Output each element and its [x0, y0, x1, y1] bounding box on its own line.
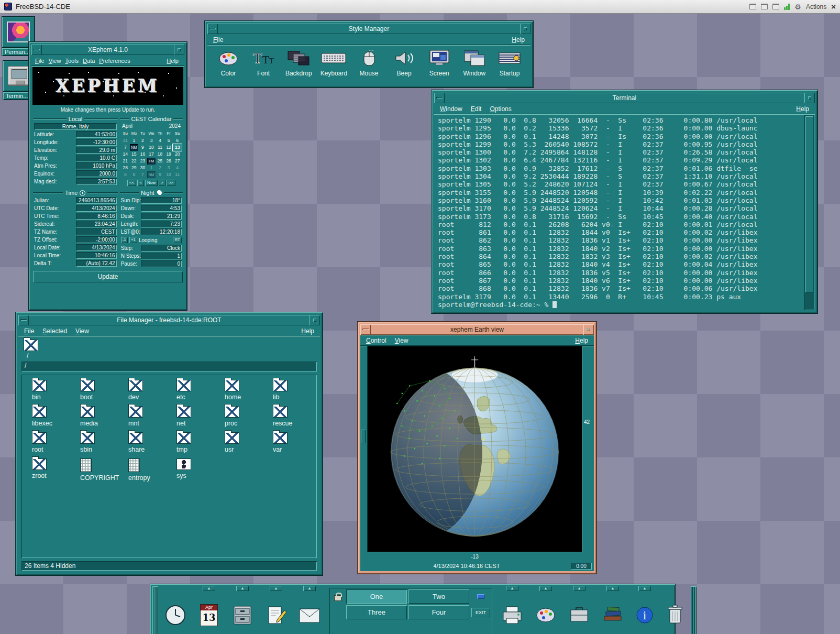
actions-menu[interactable]: Actions: [806, 3, 826, 10]
field-value[interactable]: 4/13/2024: [76, 205, 117, 212]
calendar-day[interactable]: 7: [138, 171, 147, 178]
field-value[interactable]: 1010 hPa: [76, 162, 117, 169]
field-value[interactable]: 29.0 m: [76, 147, 117, 154]
calendar-day[interactable]: 10: [147, 144, 156, 151]
file-item[interactable]: sys: [169, 458, 217, 482]
calendar-day[interactable]: 15: [130, 151, 139, 158]
file-item[interactable]: media: [73, 406, 121, 427]
file-item[interactable]: net: [169, 406, 217, 427]
calendar-day[interactable]: 11: [173, 171, 182, 178]
panel-applications[interactable]: ▲: [562, 586, 596, 634]
field-value[interactable]: -2:00:00: [76, 236, 117, 243]
close-icon[interactable]: ×: [831, 2, 836, 11]
field-value[interactable]: 23:04:24: [76, 221, 117, 227]
menu-help[interactable]: Help: [792, 105, 813, 113]
calendar-day[interactable]: 4: [156, 137, 164, 144]
current-folder-icon[interactable]: [24, 340, 38, 351]
calendar-day[interactable]: 12: [164, 144, 173, 151]
menu-file[interactable]: File: [209, 36, 227, 44]
subpanel-arrow-icon[interactable]: ▲: [573, 586, 585, 591]
panel-clock[interactable]: [159, 586, 192, 634]
menu-help[interactable]: Help: [507, 36, 529, 44]
calendar-nav-button[interactable]: <: [137, 180, 144, 186]
gear-icon[interactable]: ⚙: [794, 3, 801, 11]
field-value[interactable]: 21:29: [141, 213, 182, 220]
calendar-day[interactable]: 16: [138, 151, 147, 158]
calendar-day[interactable]: 6: [130, 171, 139, 178]
menu-item[interactable]: Selected: [38, 327, 71, 335]
menu-help[interactable]: Help: [297, 327, 318, 335]
field-value[interactable]: 10.0 C: [76, 155, 117, 161]
file-item[interactable]: home: [217, 380, 266, 401]
window-maximize-button[interactable]: [310, 315, 320, 325]
panel-handle-right[interactable]: [691, 586, 697, 634]
field-value[interactable]: 41:53:00: [76, 131, 117, 138]
style-item-color[interactable]: Color: [212, 48, 245, 83]
window-menu-button[interactable]: [360, 324, 371, 335]
menu-item[interactable]: View: [391, 336, 413, 345]
calendar-day[interactable]: 5: [164, 137, 173, 144]
calendar-day[interactable]: 4: [173, 165, 182, 171]
style-item-beep[interactable]: Beep: [388, 48, 421, 83]
field-value[interactable]: 2000.0: [76, 170, 117, 177]
style-item-mouse[interactable]: Mouse: [352, 48, 386, 83]
calendar-day[interactable]: FM: [147, 158, 156, 165]
calendar-day[interactable]: 31: [121, 137, 130, 144]
exit-button[interactable]: EXIT: [471, 608, 490, 617]
subpanel-arrow-icon[interactable]: ▲: [539, 586, 552, 591]
window-maximize-button[interactable]: [804, 93, 815, 103]
calendar-day[interactable]: 25: [156, 158, 164, 165]
subpanel-arrow-icon[interactable]: ▲: [203, 586, 215, 591]
panel-text-editor[interactable]: ▲: [259, 586, 293, 634]
terminal-scrollbar[interactable]: [804, 115, 814, 310]
panel-mail[interactable]: ▲: [293, 586, 326, 634]
subpanel-arrow-icon[interactable]: ▲: [303, 586, 316, 591]
window-restore-icon[interactable]: [761, 4, 768, 9]
calendar-nav-button[interactable]: Now: [145, 180, 158, 186]
window-maximize-icon[interactable]: [772, 4, 779, 9]
menu-item[interactable]: Control: [362, 336, 391, 345]
menu-item[interactable]: View: [71, 327, 93, 335]
calendar-nav-button[interactable]: >: [159, 180, 165, 186]
calendar-day[interactable]: 6: [173, 137, 182, 144]
calendar-day[interactable]: 1: [147, 165, 156, 171]
window-menu-button[interactable]: [18, 315, 29, 325]
panel-style-manager[interactable]: ▲: [529, 586, 562, 634]
calendar-day[interactable]: 17: [147, 151, 156, 158]
calendar-day[interactable]: 1: [130, 137, 139, 144]
lock-icon[interactable]: [334, 595, 341, 601]
style-item-window[interactable]: Window: [458, 48, 491, 83]
menu-item[interactable]: Window: [436, 105, 467, 113]
subpanel-arrow-icon[interactable]: ▲: [606, 586, 619, 591]
calendar-day[interactable]: 29: [130, 165, 139, 171]
workspace-four-button[interactable]: Four: [408, 605, 469, 619]
menu-item[interactable]: Edit: [467, 105, 486, 113]
field-value[interactable]: Clock: [141, 245, 182, 252]
calendar-day[interactable]: 9: [156, 171, 164, 178]
file-item[interactable]: mnt: [121, 406, 169, 427]
panel-help[interactable]: ▲: [596, 586, 629, 634]
file-item[interactable]: tmp: [169, 432, 217, 453]
menu-help[interactable]: Help: [571, 336, 592, 345]
update-button[interactable]: Update: [33, 271, 183, 282]
menu-item[interactable]: File: [20, 327, 38, 335]
field-value[interactable]: 12:20:18: [141, 228, 182, 235]
field-value[interactable]: 3:57:53: [76, 178, 117, 185]
file-item[interactable]: var: [266, 432, 314, 453]
calendar-day[interactable]: 10: [164, 171, 173, 178]
terminal-output[interactable]: sportelm 1290 0.0 0.8 32056 16664 - Ss 0…: [435, 115, 803, 310]
step-back-button[interactable]: -1: [121, 237, 128, 243]
calendar-day[interactable]: NM: [130, 144, 139, 151]
calendar-day[interactable]: 18: [156, 151, 164, 158]
pan-handle[interactable]: [361, 430, 366, 443]
file-item[interactable]: COPYRIGHT: [73, 458, 121, 482]
file-item[interactable]: root: [25, 432, 73, 453]
window-shade-icon[interactable]: [749, 4, 756, 9]
panel-printer[interactable]: ▲: [495, 586, 529, 634]
window-maximize-button[interactable]: [174, 45, 184, 55]
calendar-nav-button[interactable]: >>: [167, 180, 175, 186]
field-value[interactable]: 0: [141, 260, 182, 267]
file-item[interactable]: dev: [121, 380, 169, 401]
style-item-font[interactable]: TTT Font: [247, 48, 280, 83]
calendar-day[interactable]: 11: [156, 144, 164, 151]
